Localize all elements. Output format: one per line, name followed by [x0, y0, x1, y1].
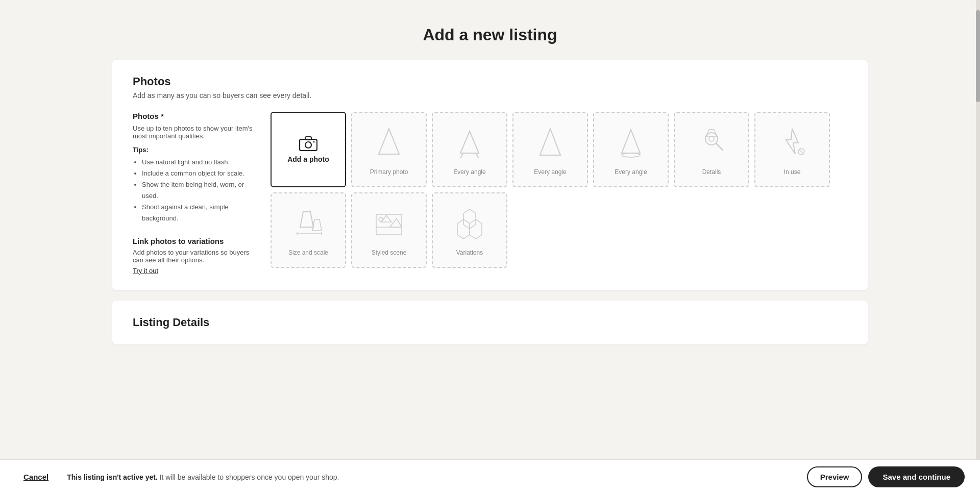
every-angle-label-3: Every angle [615, 168, 647, 176]
every-angle-icon-1 [449, 124, 490, 164]
every-angle-slot-2[interactable]: Every angle [512, 112, 588, 187]
svg-point-10 [622, 153, 640, 157]
photos-section: Photos Add as many as you can so buyers … [112, 60, 868, 290]
styled-scene-slot[interactable]: Styled scene [351, 192, 427, 268]
tip-item: Show the item being held, worn, or used. [142, 179, 255, 202]
preview-button[interactable]: Preview [807, 466, 863, 487]
every-angle-slot-1[interactable]: Every angle [432, 112, 507, 187]
primary-photo-slot[interactable]: Primary photo [351, 112, 427, 187]
details-label: Details [702, 168, 721, 176]
photos-label: Photos * [133, 112, 255, 120]
link-photos-desc: Add photos to your variations so buyers … [133, 249, 255, 264]
styled-scene-label: Styled scene [372, 249, 407, 256]
photos-sidebar: Photos * Use up to ten photos to show yo… [133, 112, 255, 275]
try-it-out-link[interactable]: Try it out [133, 267, 158, 275]
tip-item: Include a common object for scale. [142, 168, 255, 179]
svg-point-1 [305, 142, 311, 148]
svg-marker-19 [312, 219, 322, 231]
variations-icon [449, 204, 490, 245]
svg-line-7 [476, 153, 479, 158]
add-photo-button[interactable]: Add a photo [271, 112, 346, 187]
link-photos-title: Link photos to variations [133, 237, 255, 245]
svg-marker-15 [786, 129, 798, 154]
svg-point-3 [313, 141, 315, 143]
every-angle-label-1: Every angle [453, 168, 485, 176]
tip-item: Shoot against a clean, simple background… [142, 202, 255, 224]
listing-details-section: Listing Details [112, 301, 868, 344]
listing-details-title: Listing Details [133, 316, 847, 329]
bottom-bar-right: Preview Save and continue [807, 466, 965, 487]
every-angle-icon-2 [530, 124, 571, 164]
scrollbar-thumb[interactable] [976, 10, 980, 102]
every-angle-label-2: Every angle [534, 168, 566, 176]
primary-photo-label: Primary photo [370, 168, 408, 176]
photos-section-subtitle: Add as many as you can so buyers can see… [133, 91, 847, 100]
in-use-slot[interactable]: In use [754, 112, 830, 187]
size-scale-label: Size and scale [288, 249, 328, 256]
cancel-button[interactable]: Cancel [15, 467, 57, 486]
svg-marker-18 [300, 212, 313, 227]
tip-item: Use natural light and no flash. [142, 157, 255, 168]
details-icon [691, 124, 732, 164]
svg-rect-0 [300, 139, 317, 151]
svg-rect-2 [305, 137, 311, 140]
details-slot[interactable]: Details [674, 112, 749, 187]
svg-marker-8 [540, 129, 560, 155]
scrollbar[interactable] [976, 0, 980, 494]
photos-section-title: Photos [133, 75, 847, 88]
svg-marker-5 [460, 131, 479, 153]
tips-label: Tips: [133, 146, 255, 154]
svg-point-27 [379, 217, 383, 221]
save-continue-button[interactable]: Save and continue [868, 466, 965, 487]
add-photo-label: Add a photo [287, 155, 329, 163]
styled-scene-icon [369, 204, 409, 245]
svg-point-12 [709, 136, 714, 141]
tips-list: Use natural light and no flash. Include … [133, 157, 255, 225]
bottom-bar: Cancel This listing isn't active yet. It… [0, 459, 980, 494]
svg-marker-26 [390, 218, 402, 227]
inactive-notice-text: It will be available to shoppers once yo… [160, 473, 339, 481]
photos-description: Use up to ten photos to show your item's… [133, 125, 255, 140]
link-photos-section: Link photos to variations Add photos to … [133, 237, 255, 275]
main-content: Photos Add as many as you can so buyers … [102, 60, 878, 344]
every-angle-slot-3[interactable]: Every angle [593, 112, 669, 187]
in-use-label: In use [784, 168, 801, 176]
size-scale-slot[interactable]: Size and scale [271, 192, 346, 268]
variations-label: Variations [456, 249, 483, 256]
photos-layout: Photos * Use up to ten photos to show yo… [133, 112, 847, 275]
svg-line-6 [460, 153, 463, 158]
camera-icon [299, 136, 317, 151]
size-scale-icon [288, 204, 329, 245]
photos-grid: Add a photo Primary photo [271, 112, 847, 268]
every-angle-icon-3 [610, 124, 651, 164]
inactive-notice: This listing isn't active yet. It will b… [67, 473, 339, 481]
svg-line-13 [717, 144, 723, 150]
photos-grid-area: Add a photo Primary photo [271, 112, 847, 275]
inactive-notice-bold: This listing isn't active yet. [67, 473, 158, 481]
svg-marker-9 [622, 130, 640, 153]
page-title: Add a new listing [0, 0, 980, 60]
primary-photo-icon [369, 124, 409, 164]
variations-slot[interactable]: Variations [432, 192, 507, 268]
svg-line-17 [799, 150, 803, 154]
svg-marker-4 [379, 129, 399, 154]
in-use-icon [772, 124, 813, 164]
